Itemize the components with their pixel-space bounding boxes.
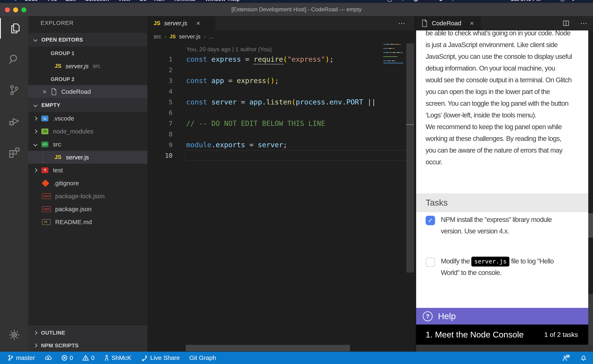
statusbar-shmck[interactable]: ShMcK [104,354,131,361]
tab-server-js[interactable]: JS server.js × [147,16,215,30]
section-label: NPM SCRIPTS [41,342,79,349]
minimap[interactable] [383,44,403,77]
menu-item-go[interactable]: Go [139,0,147,2]
workspace-root-header[interactable]: EMPTY [28,98,147,112]
task-checkbox-checked[interactable]: ✓ [426,216,435,225]
open-editor-server-js[interactable]: JSserver.jssrc [28,60,147,73]
menu-item-view[interactable]: View [118,0,130,2]
menu-spotlight-icons[interactable]: ◎⌄ [560,0,581,2]
chevron-down-icon [33,103,38,107]
activity-files-icon[interactable] [0,18,29,39]
line-number: 10 [147,152,173,159]
tree-item-label: server.js [66,154,89,161]
tutorial-text-line: occur. [426,156,584,168]
section-npm-scripts[interactable]: NPM SCRIPTS [28,339,147,352]
tree-item-src[interactable]: </>src [28,138,147,151]
menu-item-window[interactable]: Window [205,0,226,2]
menu-item-terminal[interactable]: Terminal [173,0,195,2]
code-line-6[interactable]: 6 [147,107,414,118]
window-title-bar: [Extension Development Host] - CodeRoad … [0,3,593,16]
tree-item-package-lockjson[interactable]: npmpackage-lock.json [28,190,147,202]
vscode-window: { "colors": {"statusbar":"#0a79cc","help… [0,0,593,364]
breadcrumb-more[interactable]: ... [209,33,213,40]
code-line-2[interactable]: 2 [147,65,414,75]
code-line-10[interactable]: 10 [147,150,414,161]
statusbar-feedback-icon[interactable] [562,354,570,361]
open-editors-header[interactable]: OPEN EDITORS [28,33,147,46]
section-outline[interactable]: OUTLINE [28,326,147,339]
code-line-9[interactable]: 9module.exports = server; [147,139,414,150]
tree-item-label: .vscode [53,115,74,122]
menu-item-apple[interactable]: ● [14,0,17,2]
line-number: 1 [147,56,173,63]
close-tab-icon[interactable]: × [470,20,474,26]
tutorial-text-line: We recommend to keep the log panel open … [426,121,584,133]
code-line-7[interactable]: 7// -- DO NOT EDIT BELOW THIS LINE [147,118,414,129]
vertical-scrollbar[interactable] [406,43,414,273]
statusbar-cloud-upload-icon[interactable] [45,355,52,361]
statusbar-git-graph[interactable]: Git Graph [189,354,216,361]
horizontal-scrollbar[interactable] [186,345,350,351]
close-icon[interactable]: × [43,88,47,95]
warning-icon [82,355,89,361]
code-line-5[interactable]: 5const server = app.listen(process.env.P… [147,97,414,107]
breadcrumb[interactable]: src › JS server.js › ... [153,30,214,43]
task-text: Modify the [441,257,471,265]
statusbar-0[interactable]: 0 [82,354,94,361]
md-file-icon: M↓ [42,219,51,225]
code-line-3[interactable]: 3const app = express(); [147,75,414,86]
breadcrumb-file[interactable]: server.js [179,33,200,40]
test-file-icon: ⚗ [41,167,48,173]
code-line-1[interactable]: 1const express = require("express"); [147,54,414,65]
activity-extensions-icon[interactable] [0,142,28,162]
tree-item-packagejson[interactable]: npmpackage.json [28,202,147,215]
editor-group: JS server.js × ⋯ src › JS server.js › ..… [147,16,414,352]
activity-source-control-icon[interactable] [0,80,28,100]
menu-item-file[interactable]: File [48,0,57,2]
open-editor-coderoad[interactable]: ×CodeRoad [28,85,147,98]
chevron-right-icon [33,331,38,335]
menu-item-help[interactable]: Help [228,0,240,2]
menu-item-run[interactable]: Run [154,0,165,2]
tree-item-test[interactable]: ⚗test [28,164,147,177]
step-bar[interactable]: 1. Meet the Node Console 1 of 2 tasks [416,325,588,345]
panel-scrollbar[interactable] [588,30,593,345]
split-editor-icon[interactable] [563,20,570,27]
tree-item-serverjs[interactable]: JSserver.js [28,151,147,164]
tree-item-READMEmd[interactable]: M↓README.md [28,215,147,228]
task-checkbox-unchecked[interactable] [426,258,435,267]
help-bar[interactable]: ? Help [416,308,588,325]
statusbar-live-share[interactable]: Live Share [141,354,180,361]
menu-item-edit[interactable]: Edit [66,0,76,2]
menu-status-icons[interactable]: ▢◌◍⌁▴⌗ [387,0,463,2]
tree-item-label: node_modules [53,128,93,135]
activity-gear-icon[interactable] [0,325,28,345]
line-number: 3 [147,77,173,84]
close-tab-icon[interactable]: × [196,20,200,26]
more-actions-icon[interactable]: ⋯ [580,19,588,27]
code-line-8[interactable]: 8 [147,129,414,139]
editor-more-actions-button[interactable]: ⋯ [398,16,406,30]
menu-items: ●CodeFileEditSelectionViewGoRunTerminalW… [0,0,593,3]
line-number: 9 [147,141,173,149]
tree-item-node_modules[interactable]: JSnode_modules [28,125,147,138]
tree-item-gitignore[interactable]: .gitignore [28,177,147,190]
open-editor-detail: src [93,63,100,69]
status-bar: master00ShMcKLive ShareGit Graph [0,352,593,364]
chevron-right-icon [33,116,38,121]
tutorial-text-line: is just a JavaScript environment. Like c… [426,39,584,51]
breadcrumb-folder[interactable]: src [153,33,161,40]
code-area[interactable]: 1const express = require("express");23co… [147,54,414,161]
activity-debug-icon[interactable] [0,111,28,131]
menu-item-code[interactable]: Code [24,0,38,2]
tree-item-vscode[interactable]: ‹›.vscode [28,112,147,125]
tutorial-text-line: you can be aware of the nature of errors… [426,144,584,156]
code-line-4[interactable]: 4 [147,86,414,97]
js-file-icon: JS [153,20,160,26]
statusbar-bell-icon[interactable] [580,354,587,361]
activity-search-icon[interactable] [0,49,28,70]
tab-coderoad[interactable]: CodeRoad × [416,16,481,30]
statusbar-master[interactable]: master [7,354,35,361]
menu-item-selection[interactable]: Selection [85,0,109,2]
statusbar-0[interactable]: 0 [61,354,73,361]
